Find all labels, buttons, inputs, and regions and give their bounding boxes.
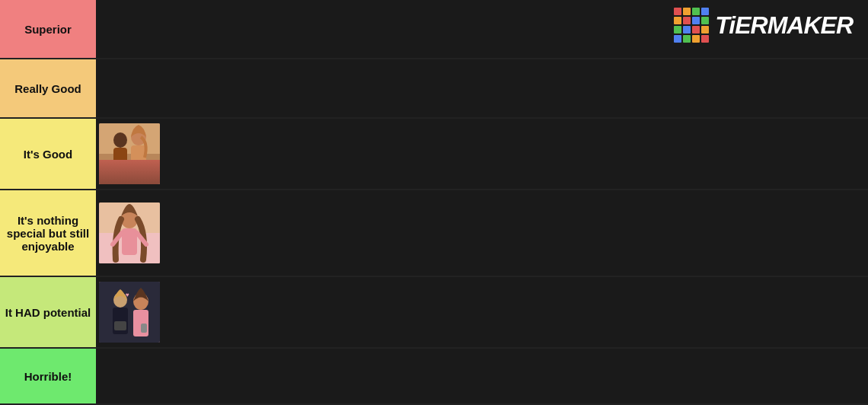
tier-label-horrible: Horrible! — [0, 349, 96, 403]
logo-text: TiERMAKER — [715, 11, 853, 40]
svg-text:♥: ♥ — [126, 292, 129, 298]
manga-cover-3: ♥ — [99, 282, 160, 343]
logo-grid-cell — [692, 17, 700, 24]
logo-grid-cell — [692, 8, 700, 15]
manga-cover-2 — [99, 202, 160, 263]
tier-content-reallygood[interactable] — [96, 59, 868, 117]
tier-row-horrible: Horrible! — [0, 349, 868, 405]
svg-rect-12 — [99, 282, 160, 343]
svg-rect-9 — [122, 228, 137, 255]
tier-content-nothing[interactable] — [96, 190, 868, 276]
logo-grid-cell — [701, 8, 709, 15]
tier-label-reallygood: Really Good — [0, 59, 96, 117]
tiermaker-logo: TiERMAKER — [674, 8, 853, 43]
logo-grid-cell — [701, 26, 709, 33]
logo-grid-cell — [683, 26, 691, 33]
logo-grid-cell — [683, 35, 691, 43]
tier-label-itsgood: It's Good — [0, 119, 96, 189]
svg-rect-17 — [133, 310, 148, 336]
svg-rect-18 — [141, 324, 147, 333]
tier-row-nothing: It's nothing special but still enjoyable — [0, 190, 868, 277]
tier-content-horrible[interactable] — [96, 349, 868, 403]
logo-grid-cell — [692, 35, 700, 43]
tier-content-itsgood[interactable] — [96, 119, 868, 189]
manga-item-3[interactable]: ♥ — [99, 282, 160, 343]
svg-rect-1 — [99, 154, 160, 184]
tier-list: TiERMAKER Superior Really Good It's Good — [0, 0, 868, 405]
manga-item-2[interactable] — [99, 202, 160, 263]
logo-grid-cell — [692, 26, 700, 33]
logo-grid-cell — [683, 8, 691, 15]
manga-cover-1 — [99, 123, 160, 184]
logo-grid-cell — [683, 17, 691, 24]
tier-label-superior: Superior — [0, 0, 96, 58]
logo-grid — [674, 8, 709, 43]
tier-row-reallygood: Really Good — [0, 59, 868, 119]
svg-rect-5 — [131, 145, 146, 174]
svg-rect-15 — [114, 321, 126, 330]
logo-grid-cell — [701, 35, 709, 43]
logo-grid-cell — [674, 17, 681, 24]
logo-grid-cell — [701, 17, 709, 24]
logo-grid-cell — [674, 8, 681, 15]
svg-point-2 — [113, 132, 127, 148]
svg-rect-3 — [113, 148, 127, 174]
tier-label-hadpotential: It HAD potential — [0, 277, 96, 347]
tier-row-itsgood: It's Good — [0, 119, 868, 190]
manga-item-1[interactable] — [99, 123, 160, 184]
logo-grid-cell — [674, 35, 681, 43]
logo-grid-cell — [674, 26, 681, 33]
tier-content-hadpotential[interactable]: ♥ — [96, 277, 868, 347]
tier-label-nothing: It's nothing special but still enjoyable — [0, 190, 96, 276]
tier-row-hadpotential: It HAD potential — [0, 277, 868, 349]
